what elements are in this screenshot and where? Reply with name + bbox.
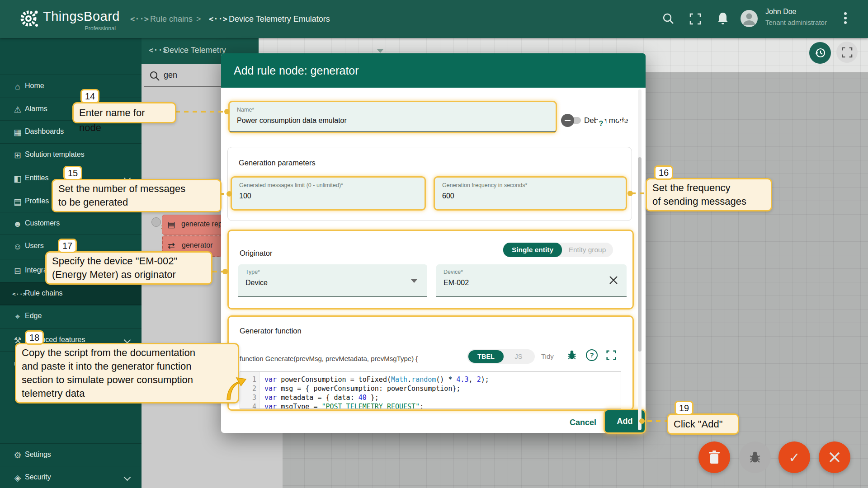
sidebar-item-label: Dashboards: [25, 127, 64, 136]
generator-icon: ⇄: [168, 240, 175, 251]
kebab-menu-icon[interactable]: [844, 12, 847, 25]
breadcrumb-parent[interactable]: Rule chains: [150, 14, 193, 24]
sidebar-item-label: Alarms: [25, 105, 47, 113]
sidebar-item-settings[interactable]: ⚙Settings: [0, 443, 142, 467]
originator-type-select[interactable]: Type* Device: [238, 264, 427, 297]
scrollbar-thumb[interactable]: [638, 157, 642, 352]
entity-group-chip[interactable]: Entity group: [563, 243, 612, 257]
dashboards-icon: ▦: [12, 127, 23, 138]
rule-chains-breadcrumb-icon: <··>: [130, 14, 149, 24]
breadcrumb-separator: >: [196, 14, 201, 24]
check-icon: ✓: [788, 450, 800, 465]
sidebar-item-label: Entities: [25, 174, 48, 182]
settings-icon: ⚙: [12, 450, 23, 461]
canvas-fullscreen-button[interactable]: [836, 42, 858, 63]
notifications-bell-icon[interactable]: [716, 11, 730, 26]
sidebar-item-edge[interactable]: ⌖Edge: [0, 305, 142, 328]
alarm-icon: ⚠: [12, 104, 23, 115]
entity-mode-toggle[interactable]: Single entity Entity group: [503, 243, 613, 257]
sidebar-item-label: Profiles: [25, 197, 49, 205]
single-entity-chip[interactable]: Single entity: [503, 243, 562, 257]
chevron-down-icon[interactable]: [377, 49, 383, 53]
close-icon[interactable]: [617, 118, 627, 129]
step-badge-14: 14: [80, 89, 99, 103]
search-icon[interactable]: [662, 12, 675, 25]
customers-icon: ☻: [12, 219, 23, 230]
rule-chains-icon: <··>: [12, 289, 23, 300]
connector-dot-14: [224, 109, 230, 114]
dialog-scrollbar[interactable]: [638, 89, 642, 430]
sidebar-item-label: Security: [25, 473, 51, 481]
sidebar-item-label: Rule chains: [25, 289, 63, 297]
connector-14: [175, 111, 224, 113]
callout-19: Click "Add": [667, 413, 739, 435]
node-checkbox[interactable]: [151, 217, 161, 227]
tbel-chip[interactable]: TBEL: [468, 350, 504, 363]
entities-icon: ◧: [12, 174, 23, 184]
debug-fab: [739, 441, 771, 473]
apply-changes-fab[interactable]: ✓: [778, 441, 810, 473]
annotation-arrow-icon: [222, 376, 249, 400]
sidebar-item-rule-chains[interactable]: <··>Rule chains: [0, 282, 142, 305]
sidebar-item-dashboards[interactable]: ▦Dashboards: [0, 120, 142, 144]
step-badge-18: 18: [25, 330, 44, 345]
help-icon[interactable]: ?: [596, 118, 606, 129]
debug-script-bug-icon[interactable]: [566, 349, 578, 361]
script-help-icon[interactable]: ?: [586, 349, 598, 361]
connector-dot-17: [222, 269, 228, 274]
integrations-icon: ⊟: [12, 266, 23, 277]
fullscreen-icon[interactable]: [689, 13, 701, 25]
avatar[interactable]: [741, 10, 758, 27]
connector-dot-19: [639, 418, 645, 424]
sidebar-item-customers[interactable]: ☻Customers: [0, 212, 142, 235]
palette-search-icon: [149, 70, 160, 81]
solution-templates-icon: ⊞: [12, 150, 23, 161]
delete-fab[interactable]: [698, 441, 730, 473]
sidebar-item-label: Users: [25, 242, 44, 250]
tidy-button[interactable]: Tidy: [541, 352, 554, 360]
callout-16: Set the frequency of sending messages: [646, 178, 772, 211]
report-doc-icon: ▤: [167, 219, 175, 230]
security-icon: ◈: [12, 473, 23, 483]
code-line-3: var metadata = { data: 40 };: [264, 394, 379, 402]
callout-14: Enter name for node: [72, 102, 176, 123]
callout-17: Specify the device "EM-002" (Energy Mete…: [45, 251, 212, 285]
app-subtitle: Professional: [0, 25, 116, 32]
screen: ThingsBoard Professional <··> Rule chain…: [0, 0, 868, 488]
callout-15: Set the number of messages to be generat…: [52, 179, 222, 212]
chevron-down-icon: [124, 474, 131, 481]
palette-search-input[interactable]: gen: [164, 70, 177, 80]
clear-device-icon[interactable]: [609, 275, 618, 285]
add-rule-node-dialog: Add rule node: generator ? Name* Power c…: [221, 53, 646, 433]
sidebar-item-solution-templates[interactable]: ⊞Solution templates: [0, 143, 142, 167]
dialog-title: Add rule node: generator: [234, 64, 359, 77]
debug-toggle-thumb[interactable]: [561, 114, 574, 127]
current-chain-breadcrumb-icon: <··>: [209, 14, 227, 24]
connector-dot-15: [226, 191, 232, 197]
originator-device-field[interactable]: Device* EM-002: [436, 264, 627, 297]
sidebar-item-home[interactable]: ⌂Home: [0, 75, 142, 98]
code-editor[interactable]: 1234 var powerConsumption = toFixed(Math…: [240, 371, 621, 409]
script-language-toggle[interactable]: TBEL JS: [467, 349, 535, 364]
sidebar-item-security[interactable]: ◈Security: [0, 466, 142, 488]
name-field[interactable]: Name* Power consumption data emulator: [228, 101, 557, 133]
user-role: Tenant administrator: [765, 19, 827, 26]
editor-fullscreen-icon[interactable]: [606, 350, 616, 360]
code-line-4: var msgType = "POST_TELEMETRY_REQUEST";: [264, 403, 424, 409]
users-icon: ☺: [12, 241, 23, 252]
js-chip[interactable]: JS: [505, 350, 532, 363]
frequency-field[interactable]: Generation frequency in seconds* 600: [434, 176, 627, 211]
version-history-button[interactable]: [809, 42, 831, 64]
home-icon: ⌂: [12, 81, 23, 92]
messages-limit-field[interactable]: Generated messages limit (0 - unlimited)…: [231, 176, 426, 211]
function-signature: function Generate(prevMsg, prevMetadata,…: [240, 355, 418, 362]
callout-18: Copy the script from the documentation a…: [15, 343, 239, 404]
connector-16: [631, 192, 646, 194]
cancel-button[interactable]: Cancel: [570, 418, 596, 427]
discard-changes-fab[interactable]: [819, 441, 850, 473]
sidebar-item-label: Customers: [25, 219, 60, 227]
sidebar-item-label: Solution templates: [25, 150, 85, 159]
connector-19: [647, 420, 667, 422]
edge-icon: ⌖: [12, 311, 23, 322]
app-title: ThingsBoard: [43, 9, 120, 24]
